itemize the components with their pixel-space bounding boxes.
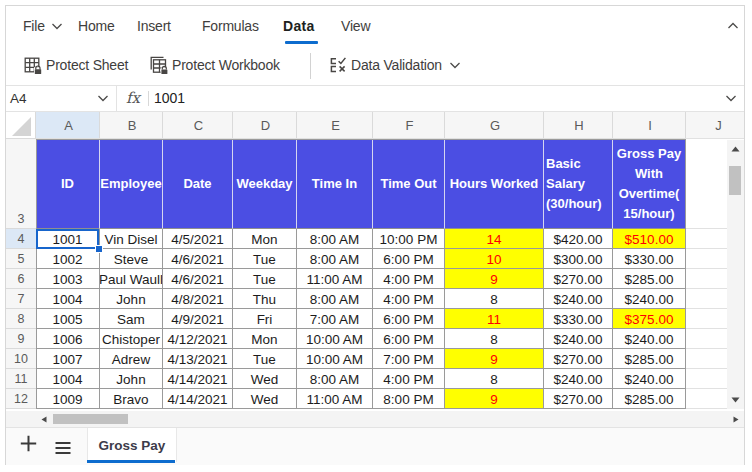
cell-D10[interactable]: Tue: [233, 349, 297, 369]
menu-view[interactable]: View: [341, 6, 370, 46]
cell-A12[interactable]: 1009: [36, 389, 100, 409]
cell-G8[interactable]: 11: [445, 309, 544, 329]
row-header-9[interactable]: 9: [6, 329, 36, 349]
select-all-corner[interactable]: [6, 112, 36, 139]
cell-C5[interactable]: 4/6/2021: [163, 249, 233, 269]
cell-B4[interactable]: Vin Disel: [100, 229, 163, 249]
column-header-A[interactable]: A: [36, 112, 100, 139]
scroll-down-arrow-icon[interactable]: [731, 397, 740, 403]
cell-B8[interactable]: Sam: [100, 309, 163, 329]
header-cell-date[interactable]: Date: [163, 139, 233, 229]
column-header-J[interactable]: J: [686, 112, 744, 139]
header-cell-hours[interactable]: Hours Worked: [445, 139, 544, 229]
data-validation-button[interactable]: Data Validation: [328, 46, 461, 84]
cell-A6[interactable]: 1003: [36, 269, 100, 289]
cell-F7[interactable]: 4:00 PM: [373, 289, 445, 309]
cell-B12[interactable]: Bravo: [100, 389, 163, 409]
column-header-G[interactable]: G: [445, 112, 544, 139]
row-header-5[interactable]: 5: [6, 249, 36, 269]
cell-F12[interactable]: 8:00 PM: [373, 389, 445, 409]
cell-B9[interactable]: Chistoper: [100, 329, 163, 349]
sheet-list-menu-icon[interactable]: [55, 441, 71, 455]
cell-B11[interactable]: John: [100, 369, 163, 389]
cell-F8[interactable]: 6:00 PM: [373, 309, 445, 329]
collapse-toolbar-chevron-up-icon[interactable]: [725, 18, 741, 34]
cell-D12[interactable]: Wed: [233, 389, 297, 409]
menu-home[interactable]: Home: [78, 6, 115, 46]
row-header-3[interactable]: 3: [6, 139, 36, 229]
header-cell-weekday[interactable]: Weekday: [233, 139, 297, 229]
cell-B10[interactable]: Adrew: [100, 349, 163, 369]
cell-H11[interactable]: $240.00: [544, 369, 613, 389]
cell-C10[interactable]: 4/13/2021: [163, 349, 233, 369]
cell-G4[interactable]: 14: [445, 229, 544, 249]
cell-A10[interactable]: 1007: [36, 349, 100, 369]
cell-I7[interactable]: $240.00: [613, 289, 686, 309]
header-cell-gross[interactable]: Gross Pay With Overtime( 15/hour): [613, 139, 686, 229]
cell-I8[interactable]: $375.00: [613, 309, 686, 329]
cell-H10[interactable]: $270.00: [544, 349, 613, 369]
horizontal-scroll-thumb[interactable]: [53, 414, 128, 424]
column-header-C[interactable]: C: [163, 112, 233, 139]
header-cell-basic[interactable]: Basic Salary (30/hour): [544, 139, 613, 229]
cell-A9[interactable]: 1006: [36, 329, 100, 349]
cell-H12[interactable]: $270.00: [544, 389, 613, 409]
cell-E6[interactable]: 11:00 AM: [297, 269, 373, 289]
scroll-left-arrow-icon[interactable]: [41, 416, 47, 423]
cell-C4[interactable]: 4/5/2021: [163, 229, 233, 249]
cell-G10[interactable]: 9: [445, 349, 544, 369]
cell-D5[interactable]: Tue: [233, 249, 297, 269]
cell-C9[interactable]: 4/12/2021: [163, 329, 233, 349]
vertical-scrollbar[interactable]: [727, 140, 744, 409]
formula-input[interactable]: 1001: [154, 86, 185, 111]
cell-B7[interactable]: John: [100, 289, 163, 309]
cell-E7[interactable]: 8:00 AM: [297, 289, 373, 309]
cell-D8[interactable]: Fri: [233, 309, 297, 329]
add-sheet-icon[interactable]: [20, 435, 37, 452]
cell-E10[interactable]: 10:00 AM: [297, 349, 373, 369]
cell-H4[interactable]: $420.00: [544, 229, 613, 249]
cell-F11[interactable]: 4:00 PM: [373, 369, 445, 389]
cell-G11[interactable]: 8: [445, 369, 544, 389]
cell-F6[interactable]: 4:00 PM: [373, 269, 445, 289]
cell-E8[interactable]: 7:00 AM: [297, 309, 373, 329]
header-cell-time[interactable]: Time Out: [373, 139, 445, 229]
row-header-4[interactable]: 4: [6, 229, 36, 249]
cell-A5[interactable]: 1002: [36, 249, 100, 269]
cell-I9[interactable]: $240.00: [613, 329, 686, 349]
cell-C11[interactable]: 4/14/2021: [163, 369, 233, 389]
menu-file[interactable]: File: [23, 6, 63, 46]
cell-G6[interactable]: 9: [445, 269, 544, 289]
header-cell-id[interactable]: ID: [36, 139, 100, 229]
scroll-right-arrow-icon[interactable]: [733, 416, 739, 423]
column-header-I[interactable]: I: [613, 112, 686, 139]
cell-I4[interactable]: $510.00: [613, 229, 686, 249]
cell-H5[interactable]: $300.00: [544, 249, 613, 269]
cell-G9[interactable]: 8: [445, 329, 544, 349]
cell-I6[interactable]: $285.00: [613, 269, 686, 289]
cell-C6[interactable]: 4/6/2021: [163, 269, 233, 289]
cell-C12[interactable]: 4/14/2021: [163, 389, 233, 409]
cell-A7[interactable]: 1004: [36, 289, 100, 309]
name-box-chevron-down-icon[interactable]: [97, 92, 109, 104]
row-header-8[interactable]: 8: [6, 309, 36, 329]
sheet-tab-gross-pay[interactable]: Gross Pay: [87, 428, 177, 462]
cell-H6[interactable]: $270.00: [544, 269, 613, 289]
row-header-6[interactable]: 6: [6, 269, 36, 289]
cell-D11[interactable]: Wed: [233, 369, 297, 389]
fx-icon[interactable]: fx: [126, 86, 140, 111]
selection-fill-handle[interactable]: [95, 245, 103, 253]
cell-D7[interactable]: Thu: [233, 289, 297, 309]
cell-E11[interactable]: 8:00 AM: [297, 369, 373, 389]
menu-insert[interactable]: Insert: [137, 6, 171, 46]
cell-F9[interactable]: 6:00 PM: [373, 329, 445, 349]
cell-I12[interactable]: $285.00: [613, 389, 686, 409]
cell-B6[interactable]: Paul Waull: [100, 269, 163, 289]
horizontal-scrollbar[interactable]: [6, 411, 744, 427]
name-box[interactable]: A4: [10, 86, 27, 111]
column-header-H[interactable]: H: [544, 112, 613, 139]
cell-E4[interactable]: 8:00 AM: [297, 229, 373, 249]
scroll-up-arrow-icon[interactable]: [731, 146, 740, 152]
cell-A8[interactable]: 1005: [36, 309, 100, 329]
column-header-E[interactable]: E: [297, 112, 373, 139]
